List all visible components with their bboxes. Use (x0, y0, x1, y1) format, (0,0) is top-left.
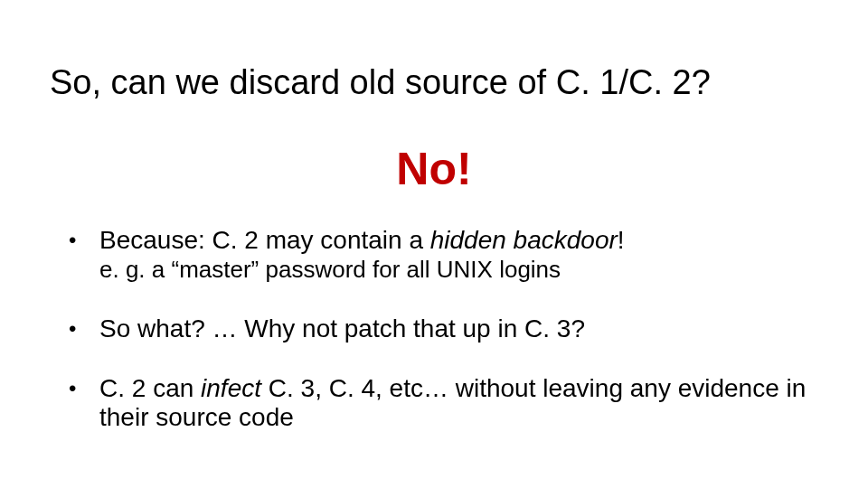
bullet-2-text: So what? … Why not patch that up in C. 3… (99, 314, 585, 343)
slide-body: Because: C. 2 may contain a hidden backd… (63, 226, 814, 433)
bullet-item-1: Because: C. 2 may contain a hidden backd… (63, 226, 814, 284)
bullet-1-em: hidden backdoor (430, 226, 618, 254)
bullet-1-sub: e. g. a “master” password for all UNIX l… (99, 257, 814, 284)
slide: So, can we discard old source of C. 1/C.… (0, 0, 868, 488)
bullet-1-tail: ! (618, 226, 625, 254)
bullet-item-2: So what? … Why not patch that up in C. 3… (63, 314, 814, 343)
bullet-list: Because: C. 2 may contain a hidden backd… (63, 226, 814, 433)
bullet-3-em: infect (201, 374, 261, 402)
bullet-3-lead: C. 2 can (99, 374, 201, 402)
bullet-1-lead: Because: C. 2 may contain a (99, 226, 430, 254)
bullet-item-3: C. 2 can infect C. 3, C. 4, etc… without… (63, 374, 814, 432)
slide-title: So, can we discard old source of C. 1/C.… (50, 63, 711, 102)
emphasis-no: No! (0, 143, 868, 195)
